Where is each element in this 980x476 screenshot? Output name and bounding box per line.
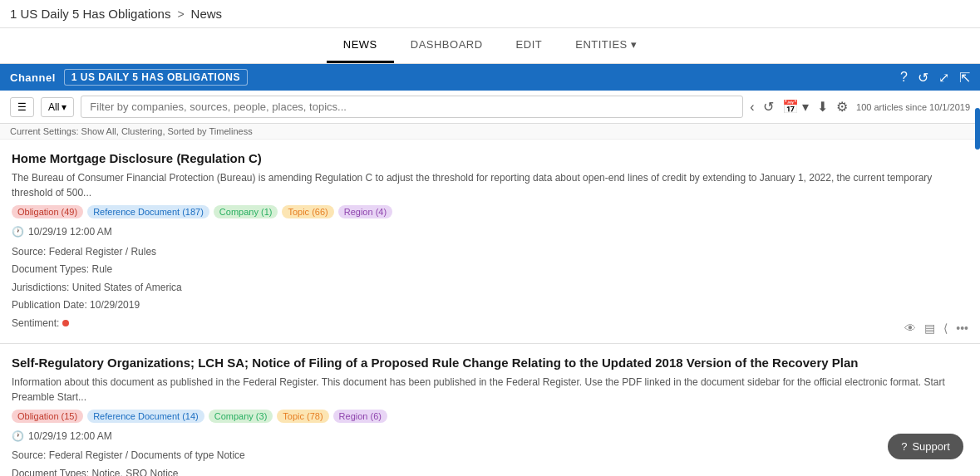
article-2-time: 10/29/19 12:00 AM: [28, 428, 112, 446]
tag-company[interactable]: Company (3): [209, 410, 273, 423]
article-2-tags: Obligation (15) Reference Document (14) …: [12, 410, 968, 423]
support-icon: ?: [901, 440, 907, 453]
articles-list: Home Mortgage Disclosure (Regulation C) …: [0, 140, 980, 476]
article-2-title[interactable]: Self-Regulatory Organizations; LCH SA; N…: [12, 354, 968, 371]
refresh-icon[interactable]: ↺: [763, 99, 774, 115]
tag-region[interactable]: Region (6): [333, 410, 387, 423]
settings-icon[interactable]: ⚙: [836, 99, 848, 115]
article-2-source: Source: Federal Register / Documents of …: [12, 447, 968, 465]
eye-icon[interactable]: 👁: [904, 321, 916, 335]
tag-reference[interactable]: Reference Document (187): [87, 205, 209, 218]
refresh-icon[interactable]: ↺: [918, 70, 928, 86]
article-1-sentiment: Sentiment:: [12, 315, 968, 333]
expand-icon[interactable]: ⤢: [938, 70, 949, 86]
article-1-meta: 🕐 10/29/19 12:00 AM Source: Federal Regi…: [12, 223, 968, 333]
more-icon[interactable]: •••: [956, 321, 968, 335]
support-button[interactable]: ? Support: [888, 434, 963, 459]
tab-news[interactable]: NEWS: [327, 28, 394, 63]
back-icon[interactable]: ‹: [750, 100, 754, 115]
channel-bar: Channel 1 US DAILY 5 HAS OBLIGATIONS ? ↺…: [0, 64, 980, 91]
article-2-doc-types: Document Types: Notice, SRO Notice: [12, 465, 968, 476]
breadcrumb-separator: >: [177, 7, 184, 21]
tab-edit[interactable]: EDIT: [500, 28, 559, 63]
breadcrumb: 1 US Daily 5 Has Obligations > News: [0, 0, 980, 28]
article-1: Home Mortgage Disclosure (Regulation C) …: [0, 140, 980, 344]
article-1-summary: The Bureau of Consumer Financial Protect…: [12, 170, 968, 200]
sentiment-dot: [62, 320, 69, 326]
tag-region[interactable]: Region (4): [338, 205, 392, 218]
channel-label: Channel: [10, 71, 56, 84]
all-label: All: [48, 101, 59, 113]
calendar-icon[interactable]: 📅 ▾: [782, 99, 809, 115]
channel-name: 1 US DAILY 5 HAS OBLIGATIONS: [64, 69, 248, 86]
article-1-doc-types: Document Types: Rule: [12, 261, 968, 279]
tab-dashboard[interactable]: DASHBOARD: [394, 28, 500, 63]
search-input[interactable]: [81, 96, 743, 118]
breadcrumb-parent[interactable]: 1 US Daily 5 Has Obligations: [10, 7, 170, 21]
articles-count: 100 articles since 10/1/2019: [856, 102, 970, 112]
article-1-time: 10/29/19 12:00 AM: [28, 223, 112, 242]
tag-reference[interactable]: Reference Document (14): [87, 410, 204, 423]
nav-tabs: NEWS DASHBOARD EDIT ENTITIES ▾: [0, 28, 980, 64]
channel-icons: ? ↺ ⤢ ⇱: [900, 70, 970, 86]
chevron-down-icon: ▾: [62, 101, 66, 113]
settings-text: Current Settings: Show All, Clustering, …: [10, 126, 253, 136]
article-1-tags: Obligation (49) Reference Document (187)…: [12, 205, 968, 218]
article-2-meta: 🕐 10/29/19 12:00 AM Source: Federal Regi…: [12, 428, 968, 476]
article-1-source: Source: Federal Register / Rules: [12, 243, 968, 262]
scrollbar[interactable]: [975, 108, 980, 150]
all-filter-button[interactable]: All ▾: [41, 97, 74, 117]
settings-bar: Current Settings: Show All, Clustering, …: [0, 124, 980, 140]
tag-obligation[interactable]: Obligation (49): [12, 205, 83, 218]
tag-topic[interactable]: Topic (66): [282, 205, 333, 218]
article-1-jurisdictions: Jurisdictions: United States of America: [12, 279, 968, 297]
filter-right-controls: ‹ ↺ 📅 ▾ ⬇ ⚙ 100 articles since 10/1/2019: [750, 99, 970, 115]
filter-menu-button[interactable]: ☰: [10, 97, 34, 117]
tag-obligation[interactable]: Obligation (15): [12, 410, 83, 423]
filter-icon: ☰: [17, 101, 27, 113]
article-1-actions: 👁 ▤ ⟨ •••: [904, 321, 968, 335]
share-icon[interactable]: ⟨: [943, 321, 948, 335]
help-icon[interactable]: ?: [900, 70, 908, 85]
tab-entities[interactable]: ENTITIES ▾: [559, 28, 653, 63]
article-1-title[interactable]: Home Mortgage Disclosure (Regulation C): [12, 150, 968, 167]
tag-topic[interactable]: Topic (78): [277, 410, 328, 423]
article-2: Self-Regulatory Organizations; LCH SA; N…: [0, 344, 980, 476]
article-2-summary: Information about this document as publi…: [12, 375, 968, 405]
external-icon[interactable]: ⇱: [959, 70, 970, 86]
tag-company[interactable]: Company (1): [214, 205, 278, 218]
filter-bar: ☰ All ▾ ‹ ↺ 📅 ▾ ⬇ ⚙ 100 articles since 1…: [0, 91, 980, 124]
support-label: Support: [912, 440, 950, 453]
download-icon[interactable]: ⬇: [817, 99, 828, 115]
breadcrumb-current: News: [191, 7, 223, 21]
chevron-down-icon: ▾: [631, 38, 638, 51]
clock-icon: 🕐: [12, 428, 24, 446]
clock-icon: 🕐: [12, 223, 24, 242]
bookmark-icon[interactable]: ▤: [924, 321, 935, 335]
article-1-pub-date: Publication Date: 10/29/2019: [12, 297, 968, 315]
